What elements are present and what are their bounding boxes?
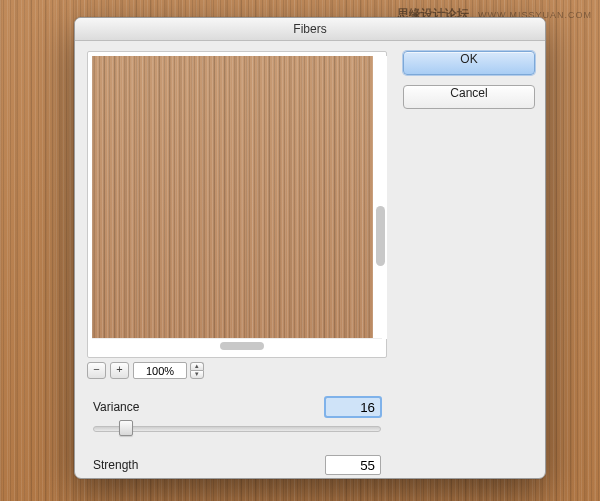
chevron-down-icon[interactable]: ▾	[190, 370, 204, 379]
strength-slider-thumb[interactable]	[338, 478, 352, 479]
chevron-up-icon[interactable]: ▴	[190, 362, 204, 370]
variance-slider-track	[93, 426, 381, 432]
dialog-title: Fibers	[75, 18, 545, 41]
strength-row: Strength	[87, 455, 387, 475]
variance-row: Variance	[87, 397, 387, 417]
fibers-dialog: Fibers − + 100% ▴ ▾	[74, 17, 546, 479]
preview-canvas[interactable]	[92, 56, 382, 338]
dialog-left-pane: − + 100% ▴ ▾ Variance Streng	[75, 41, 397, 479]
dialog-right-pane: OK Cancel	[397, 41, 545, 479]
variance-input[interactable]	[325, 397, 381, 417]
preview-frame	[87, 51, 387, 358]
zoom-stepper[interactable]: ▴ ▾	[190, 362, 204, 379]
horizontal-scrollbar[interactable]	[92, 338, 382, 353]
zoom-value: 100%	[133, 362, 187, 379]
strength-input[interactable]	[325, 455, 381, 475]
strength-label: Strength	[93, 458, 171, 472]
zoom-bar: − + 100% ▴ ▾	[87, 362, 387, 379]
vertical-scrollbar[interactable]	[373, 56, 387, 339]
variance-slider[interactable]	[93, 419, 381, 437]
horizontal-scrollbar-thumb[interactable]	[220, 342, 264, 350]
cancel-button[interactable]: Cancel	[403, 85, 535, 109]
zoom-in-button[interactable]: +	[110, 362, 129, 379]
vertical-scrollbar-thumb[interactable]	[376, 206, 385, 266]
variance-slider-thumb[interactable]	[119, 420, 133, 436]
zoom-out-button[interactable]: −	[87, 362, 106, 379]
strength-slider[interactable]	[93, 477, 381, 479]
ok-button[interactable]: OK	[403, 51, 535, 75]
variance-label: Variance	[93, 400, 171, 414]
